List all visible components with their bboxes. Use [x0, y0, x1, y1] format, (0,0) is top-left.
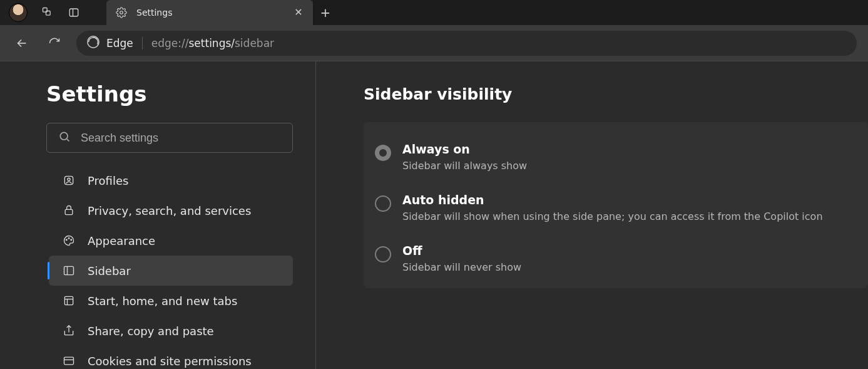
nav-label: Privacy, search, and services	[88, 204, 251, 217]
sidebar-icon	[63, 264, 75, 277]
titlebar: Settings ✕ +	[0, 0, 868, 25]
palette-icon	[63, 234, 75, 247]
nav-item-appearance[interactable]: Appearance	[49, 226, 293, 256]
gear-icon	[115, 6, 128, 19]
nav-label: Profiles	[88, 174, 128, 187]
search-icon	[58, 130, 71, 145]
edge-logo-icon	[86, 35, 100, 51]
svg-rect-10	[65, 209, 73, 214]
search-settings[interactable]	[46, 123, 293, 153]
nav-label: Cookies and site permissions	[88, 355, 252, 368]
search-input[interactable]	[81, 132, 281, 145]
option-always-on[interactable]: Always on Sidebar will always show	[375, 136, 852, 187]
radio-icon[interactable]	[375, 145, 391, 161]
option-desc: Sidebar will always show	[402, 160, 527, 172]
section-title: Sidebar visibility	[364, 85, 868, 103]
cookies-icon	[63, 355, 75, 367]
tab-title: Settings	[136, 8, 284, 18]
titlebar-left	[0, 0, 106, 25]
svg-point-4	[120, 11, 123, 14]
grid-icon	[63, 294, 75, 307]
svg-point-9	[68, 178, 70, 180]
new-tab-button[interactable]: +	[313, 5, 338, 20]
option-label: Off	[402, 244, 521, 257]
tab-actions-icon[interactable]	[68, 6, 80, 19]
tab-strip: +	[313, 0, 868, 25]
refresh-button[interactable]	[44, 33, 65, 54]
svg-rect-14	[64, 266, 74, 274]
close-icon[interactable]: ✕	[293, 8, 304, 18]
nav-item-share-copy[interactable]: Share, copy and paste	[49, 316, 293, 346]
browser-tab-settings[interactable]: Settings ✕	[106, 0, 313, 25]
option-desc: Sidebar will show when using the side pa…	[402, 210, 823, 222]
svg-line-7	[67, 139, 69, 142]
back-button[interactable]	[11, 33, 33, 54]
address-url: edge://settings/sidebar	[151, 37, 274, 49]
url-host: settings/	[188, 37, 235, 49]
toolbar: Edge edge://settings/sidebar	[0, 25, 868, 61]
address-bar[interactable]: Edge edge://settings/sidebar	[76, 31, 857, 56]
profile-avatar[interactable]	[9, 3, 28, 22]
nav-item-cookies[interactable]: Cookies and site permissions	[49, 346, 293, 369]
lock-icon	[63, 204, 75, 217]
option-label: Auto hidden	[402, 193, 823, 207]
nav-label: Sidebar	[88, 264, 131, 278]
radio-icon[interactable]	[375, 195, 391, 212]
svg-point-6	[60, 132, 68, 140]
svg-rect-20	[64, 357, 74, 365]
svg-point-11	[66, 239, 67, 241]
site-identity-label: Edge	[106, 37, 133, 49]
workspaces-icon[interactable]	[41, 6, 54, 19]
settings-page: Settings Profiles Privacy, search, and s…	[0, 61, 868, 369]
settings-nav-list: Profiles Privacy, search, and services A…	[46, 165, 293, 369]
nav-label: Start, home, and new tabs	[88, 294, 237, 308]
site-identity[interactable]: Edge	[86, 35, 133, 51]
sidebar-visibility-options: Always on Sidebar will always show Auto …	[364, 122, 868, 288]
svg-rect-2	[69, 9, 78, 16]
option-off[interactable]: Off Sidebar will never show	[375, 237, 852, 277]
settings-sidebar: Settings Profiles Privacy, search, and s…	[0, 61, 316, 369]
nav-label: Appearance	[88, 234, 155, 247]
url-path: sidebar	[235, 37, 274, 49]
option-auto-hidden[interactable]: Auto hidden Sidebar will show when using…	[375, 187, 852, 237]
url-scheme: edge://	[151, 37, 189, 49]
svg-point-13	[71, 239, 72, 241]
svg-point-12	[68, 237, 69, 239]
nav-item-start-home[interactable]: Start, home, and new tabs	[49, 286, 293, 316]
profile-icon	[63, 174, 75, 187]
settings-main: Sidebar visibility Always on Sidebar wil…	[316, 61, 868, 369]
nav-item-sidebar[interactable]: Sidebar	[49, 256, 293, 286]
share-icon	[63, 325, 75, 337]
option-label: Always on	[402, 142, 527, 156]
radio-icon[interactable]	[375, 246, 391, 262]
nav-item-privacy[interactable]: Privacy, search, and services	[49, 195, 293, 226]
nav-item-profiles[interactable]: Profiles	[49, 165, 293, 195]
separator	[142, 37, 143, 49]
nav-label: Share, copy and paste	[88, 325, 214, 338]
page-title: Settings	[46, 81, 293, 107]
option-desc: Sidebar will never show	[402, 261, 521, 273]
svg-rect-16	[64, 296, 73, 304]
